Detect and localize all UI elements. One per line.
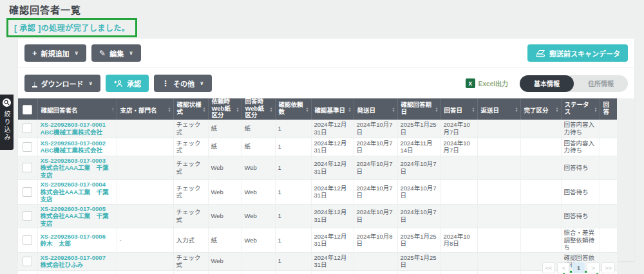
- return_date-cell: [477, 138, 520, 156]
- branch-cell: [117, 252, 173, 270]
- page-prev-button[interactable]: <: [557, 262, 570, 273]
- column-header-due_date[interactable]: 確認回答期日▲▼: [397, 98, 440, 120]
- pagination: << < 1 > >>: [542, 262, 615, 273]
- column-header-status[interactable]: ステータス▲▼: [561, 98, 600, 120]
- respondent-id: XS-22092603-017-0007: [41, 254, 114, 262]
- branch-cell: [117, 270, 173, 274]
- answer-cell: [600, 156, 617, 180]
- edit-button[interactable]: ✎ 編集 ∨: [91, 44, 141, 62]
- select-all-checkbox[interactable]: [23, 105, 32, 114]
- column-header-complete[interactable]: 完了区分▲▼: [520, 98, 561, 120]
- complete-cell: [520, 180, 561, 205]
- send_date-cell: 2024年10月7日: [354, 180, 397, 205]
- due_date-cell: 2025年1月25日: [397, 120, 440, 138]
- page-current[interactable]: 1: [572, 262, 585, 273]
- approve-button[interactable]: 承認: [106, 75, 149, 92]
- respondent-cell: XS-22092603-017-0008葛飾製鉄株式会社: [37, 270, 117, 274]
- page-first-button[interactable]: <<: [542, 262, 556, 273]
- sort-icon: ▲▼: [594, 106, 598, 112]
- column-header-format[interactable]: 確認状様式▲▼: [173, 98, 208, 120]
- respondent-cell: XS-22092603-017-0007株式会社ひふみ: [37, 252, 117, 270]
- send_date-cell: 2024年10月7日: [354, 138, 397, 156]
- page-next-button[interactable]: >: [587, 262, 600, 273]
- others-label: その他: [173, 78, 194, 89]
- row-checkbox[interactable]: [23, 211, 32, 221]
- answer-cell: [600, 228, 617, 253]
- row-checkbox[interactable]: [23, 235, 32, 245]
- base_date-cell: 2024年12月31日: [311, 156, 354, 180]
- tab-address-info[interactable]: 住所情報: [574, 75, 628, 92]
- info-tab-group: 基本情報 住所情報: [520, 75, 628, 92]
- sort-icon: ▲▼: [306, 106, 309, 112]
- row-checkbox[interactable]: [23, 187, 32, 197]
- select-all-cell: [18, 98, 37, 120]
- sort-icon: ▲▼: [392, 106, 395, 112]
- row-checkbox[interactable]: [23, 123, 32, 133]
- answer_date-cell: [440, 156, 477, 180]
- res_media-cell: Web: [242, 156, 275, 180]
- format-cell: チェック式: [173, 180, 208, 205]
- others-button[interactable]: ⋮ その他 ∨: [154, 75, 212, 92]
- checkbox-cell: [18, 138, 37, 156]
- respondent-link[interactable]: XS-22092603-017-0002ABC機械工業株式会社: [41, 140, 114, 154]
- download-button[interactable]: ↓ ダウンロード ∨: [24, 75, 100, 92]
- flash-message: [ 承認 ]の処理が完了しました。: [14, 24, 129, 33]
- answer_date-cell: 2024年10月7日: [440, 138, 477, 156]
- respondent-link[interactable]: XS-22092603-017-0006鈴木 太郎: [41, 233, 114, 248]
- branch-cell: [117, 204, 173, 228]
- respondent-link[interactable]: XS-22092603-017-0004株式会社AAA工業 千葉支店: [41, 181, 114, 203]
- checkbox-cell: [18, 252, 37, 270]
- req_media-cell: 紙: [208, 138, 242, 156]
- column-header-res_media[interactable]: 回答時Web紙区分▲▼: [242, 98, 275, 120]
- chevron-down-icon: ∨: [200, 80, 204, 86]
- column-label: 支店・部門名: [120, 107, 163, 114]
- tab-basic-info[interactable]: 基本情報: [520, 75, 574, 92]
- column-header-name[interactable]: 確認回答者名↑: [37, 98, 117, 120]
- row-checkbox[interactable]: [23, 257, 32, 266]
- sort-icon: ▲▼: [515, 106, 518, 112]
- res_media-cell: Web: [242, 204, 275, 228]
- status-cell: 照合・差異調整依頼待ち: [561, 228, 600, 253]
- complete-cell: [520, 156, 561, 180]
- table-row: XS-22092603-017-0002ABC機械工業株式会社チェック式紙紙12…: [18, 138, 617, 156]
- excel-export-button[interactable]: x Excel出力: [466, 78, 508, 88]
- send_date-cell: [354, 252, 397, 270]
- page-last-button[interactable]: >>: [601, 262, 615, 273]
- sort-icon: ▲▼: [168, 106, 171, 112]
- chevron-down-icon: ∨: [89, 80, 93, 86]
- status-cell: 回答待ち: [561, 156, 600, 180]
- column-header-req_media[interactable]: 依頼時Web紙区分▲▼: [208, 98, 242, 120]
- respondent-id: XS-22092603-017-0002: [41, 140, 114, 147]
- return_date-cell: [477, 270, 520, 274]
- table-wrap: 確認回答者名↑支店・部門名▲▼確認状様式▲▼依頼時Web紙区分▲▼回答時Web紙…: [18, 98, 634, 274]
- respondent-link[interactable]: XS-22092603-017-0005株式会社AAA工業 千葉支店: [41, 205, 114, 228]
- column-header-send_date[interactable]: 発送日▲▼: [354, 98, 397, 120]
- sort-icon: ▲▼: [472, 106, 475, 112]
- toolbar-list: ↓ ダウンロード ∨ 承認 ⋮ その他 ∨ x Excel出力: [18, 68, 634, 98]
- send_date-cell: 2024年10月8日: [354, 228, 397, 253]
- respondent-link[interactable]: XS-22092603-017-0007株式会社ひふみ: [41, 254, 114, 269]
- format-cell: チェック式: [173, 204, 208, 228]
- row-checkbox[interactable]: [23, 142, 32, 152]
- row-checkbox[interactable]: [23, 163, 32, 172]
- column-header-base_date[interactable]: 確認基準日▲▼: [311, 98, 354, 120]
- filter-sidebar-tab[interactable]: 絞り込み: [0, 95, 14, 150]
- respondent-id: XS-22092603-017-0003: [41, 157, 114, 165]
- approve-user-icon: [113, 80, 123, 87]
- status-cell: 回答内容入力待ち: [561, 138, 600, 156]
- column-header-return_date[interactable]: 返送日▲▼: [477, 98, 520, 120]
- res_media-cell: 紙: [242, 138, 275, 156]
- column-header-answer_date[interactable]: 回答日▲▼: [440, 98, 477, 120]
- format-cell: チェック式: [173, 252, 208, 270]
- sort-icon: ▲▼: [556, 106, 559, 112]
- column-header-count[interactable]: 確認依頼数▲▼: [275, 98, 311, 120]
- due_date-cell: 2024年10月7日: [397, 156, 440, 180]
- return_date-cell: [477, 180, 520, 205]
- respondent-link[interactable]: XS-22092603-017-0003株式会社AAA工業 千葉支店: [41, 157, 114, 179]
- respondent-link[interactable]: XS-22092603-017-0001ABC機械工業株式会社: [41, 121, 114, 136]
- pre-mailing-scan-button[interactable]: 郵送前スキャンデータ: [527, 44, 628, 62]
- add-new-button[interactable]: + 新規追加 ∨: [24, 44, 86, 62]
- return_date-cell: [477, 204, 520, 228]
- count-cell: 1: [275, 180, 311, 205]
- column-header-branch[interactable]: 支店・部門名▲▼: [117, 98, 173, 120]
